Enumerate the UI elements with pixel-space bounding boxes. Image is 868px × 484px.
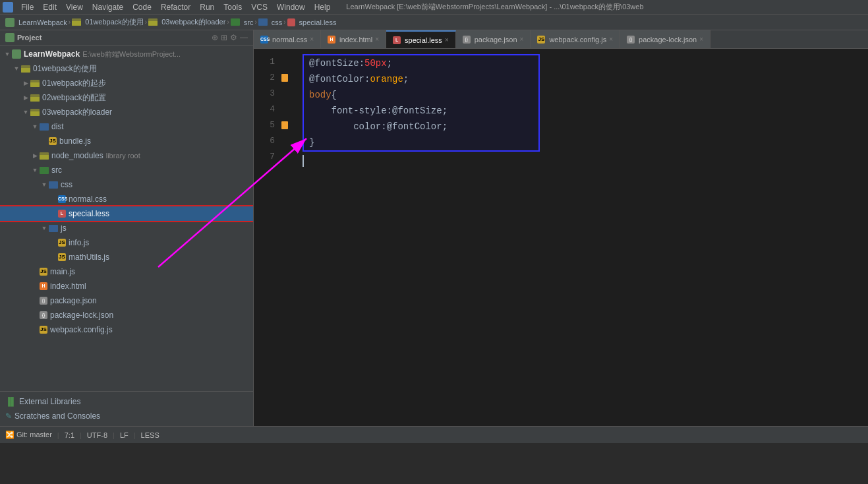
folder-src-icon <box>231 18 240 26</box>
sidebar-layout-icon[interactable]: ⊞ <box>221 33 227 42</box>
tab-normalcss-close[interactable]: × <box>310 36 314 43</box>
menu-edit[interactable]: Edit <box>39 1 61 13</box>
tree-arrow-dist <box>30 123 40 130</box>
code-semi-5: ; <box>442 119 448 135</box>
menu-refactor[interactable]: Refactor <box>157 1 194 13</box>
tab-packagejson-close[interactable]: × <box>520 36 524 43</box>
gutter-7 <box>281 149 291 165</box>
tree-label-webpackconfigjs: webpack.config.js <box>50 325 113 334</box>
status-filetype: LESS <box>141 431 159 439</box>
tab-normalcss[interactable]: CSS normal.css × <box>254 30 321 49</box>
code-brace-close: } <box>309 135 314 150</box>
code-at-fontcolor: @fontColor <box>309 71 364 87</box>
tree-item-webpackconfigjs[interactable]: JS webpack.config.js <box>0 322 253 337</box>
tree-arrow-root <box>3 51 12 57</box>
code-brace-open: { <box>332 87 337 103</box>
code-body: body <box>309 87 332 103</box>
tab-specialless-label: special.less <box>405 36 442 44</box>
menu-tools[interactable]: Tools <box>219 1 246 13</box>
tree-item-js[interactable]: js <box>0 221 253 235</box>
breadcrumb-src[interactable]: src <box>231 18 254 26</box>
folder-src-tree-icon <box>40 167 49 174</box>
code-ref-fontsize: @fontSize <box>392 103 442 119</box>
menu-run[interactable]: Run <box>196 1 218 13</box>
tree-item-normalcss[interactable]: CSS normal.css <box>0 192 253 206</box>
cursor <box>303 155 304 167</box>
line-num-6: 6 <box>254 133 275 149</box>
gutter-2 <box>281 70 291 86</box>
tree-item-root[interactable]: LearnWebpack E:\web前端WebstormProject... <box>0 47 253 61</box>
breadcrumb-learnwebpack[interactable]: LearnWebpack <box>5 18 67 27</box>
tree-item-indexhtml[interactable]: H index.html <box>0 279 253 293</box>
tab-packagejson[interactable]: {} package.json × <box>456 30 531 49</box>
sidebar-minus-icon[interactable]: — <box>240 33 248 42</box>
code-selection: @fontSize : 50px ; @fontColor : orange ; <box>303 54 540 152</box>
tree-label-src: src <box>51 166 62 175</box>
tab-specialless-close[interactable]: × <box>445 36 449 44</box>
sidebar-header: Project ⊕ ⊞ ⚙ — <box>0 30 253 45</box>
folder-icon-2 <box>148 18 158 26</box>
tree-item-packagejson[interactable]: {} package.json <box>0 293 253 308</box>
editor-content[interactable]: 1 2 3 4 5 6 7 <box>254 49 868 426</box>
tab-jsonlock-icon: {} <box>627 36 635 44</box>
tab-specialless[interactable]: L special.less × <box>386 30 456 49</box>
code-line-2: @fontColor : orange ; <box>309 71 533 87</box>
breadcrumb-01webpack[interactable]: 01webpack的使用 <box>72 17 144 27</box>
gutter-4 <box>281 102 291 117</box>
code-editor[interactable]: @fontSize : 50px ; @fontColor : orange ; <box>292 49 868 426</box>
tree-item-packagelockjson[interactable]: {} package-lock.json <box>0 308 253 322</box>
code-indent-4: font-style: <box>309 103 392 119</box>
tree-item-02pei[interactable]: 02webpack的配置 <box>0 90 253 105</box>
sidebar-settings-icon[interactable]: ⊕ <box>212 33 218 42</box>
status-separator-4: | <box>134 431 136 439</box>
breadcrumb-03webpack[interactable]: 03webpack的loader <box>148 17 225 27</box>
folder-icon-01webpack <box>21 65 30 73</box>
status-encoding: UTF-8 <box>87 431 107 439</box>
breadcrumb-specialless[interactable]: special.less <box>287 18 337 26</box>
tab-indexhtml-close[interactable]: × <box>375 36 379 43</box>
menubar: File Edit View Navigate Code Refactor Ru… <box>0 0 868 15</box>
bookmark-line2 <box>281 74 288 82</box>
tab-webpackconfigjs[interactable]: JS webpack.config.js × <box>531 30 620 49</box>
js-webpackconfig-icon: JS <box>40 326 47 334</box>
tree-item-scratches[interactable]: ✎ Scratches and Consoles <box>0 409 253 423</box>
menu-view[interactable]: View <box>62 1 87 13</box>
tree-label-02pei: 02webpack的配置 <box>42 92 106 104</box>
tree-label-packagelockjson: package-lock.json <box>50 311 113 320</box>
menu-code[interactable]: Code <box>129 1 156 13</box>
tree-item-nodemodules[interactable]: node_modules library root <box>0 148 253 163</box>
tab-normalcss-label: normal.css <box>272 36 307 44</box>
tab-webpackconfigjs-label: webpack.config.js <box>549 36 606 44</box>
menu-window[interactable]: Window <box>273 1 309 13</box>
tree-item-external-libraries[interactable]: ▐▌ External Libraries <box>0 394 253 409</box>
tree-item-infojs[interactable]: JS info.js <box>0 235 253 250</box>
tree-item-dist[interactable]: dist <box>0 119 253 134</box>
tab-indexhtml[interactable]: H index.html × <box>321 30 386 49</box>
tree-item-01webpack[interactable]: 01webpack的使用 <box>0 61 253 76</box>
tab-webpackconfigjs-close[interactable]: × <box>609 36 613 43</box>
tab-packagelockjson[interactable]: {} package-lock.json × <box>620 30 710 49</box>
tree-item-bundle[interactable]: JS bundle.js <box>0 134 253 148</box>
tree-item-mathutils[interactable]: JS mathUtils.js <box>0 250 253 264</box>
breadcrumb-css[interactable]: css <box>258 18 283 26</box>
tree-item-css[interactable]: css <box>0 177 253 192</box>
tree-label-indexhtml: index.html <box>50 282 86 291</box>
menu-file[interactable]: File <box>17 1 38 13</box>
code-line-7 <box>303 153 857 169</box>
tree-arrow-css <box>40 181 49 188</box>
sidebar-gear-icon[interactable]: ⚙ <box>230 33 237 42</box>
menu-vcs[interactable]: VCS <box>247 1 272 13</box>
tab-packagelockjson-close[interactable]: × <box>699 36 703 43</box>
window-title: LearnWebpack [E:\web前端WebstormProjects\L… <box>346 2 643 12</box>
tree-item-03loader[interactable]: 03webpack的loader <box>0 105 253 119</box>
app-icon <box>3 2 13 13</box>
tree-item-mainjs[interactable]: JS main.js <box>0 264 253 279</box>
json-packagelock-icon: {} <box>40 311 47 319</box>
tree-item-01qi[interactable]: 01webpack的起步 <box>0 76 253 90</box>
menu-navigate[interactable]: Navigate <box>88 1 127 13</box>
code-val-orange: orange <box>370 71 403 87</box>
menu-help[interactable]: Help <box>310 1 335 13</box>
tree-item-specialless[interactable]: L special.less <box>0 206 253 221</box>
tree-arrow-js <box>40 225 49 231</box>
tree-item-src[interactable]: src <box>0 163 253 177</box>
